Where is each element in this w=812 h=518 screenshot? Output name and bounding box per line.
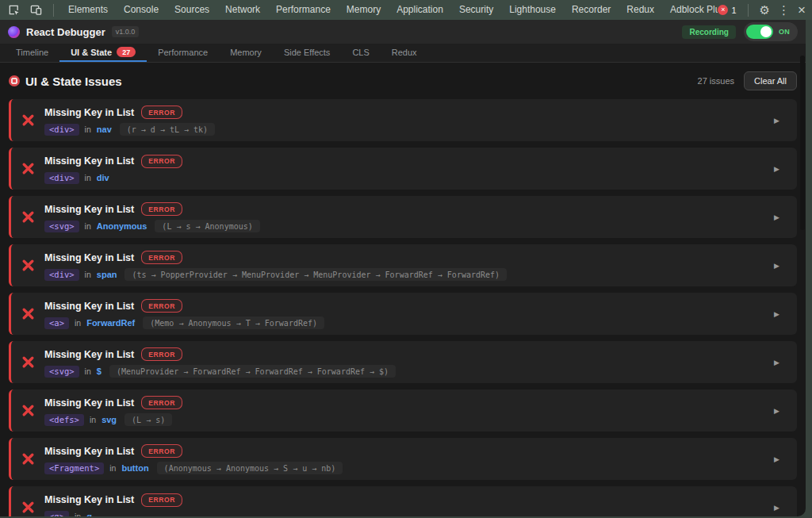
component-trace: (L → s)	[124, 413, 172, 426]
devtools-tab-bar: Elements Console Sources Network Perform…	[0, 0, 812, 20]
error-cross-icon	[11, 452, 44, 466]
expand-arrow-icon[interactable]: ▶	[774, 117, 779, 125]
panel-tab-label: Timeline	[16, 48, 48, 57]
devtools-tab[interactable]: Security	[451, 0, 501, 20]
toolbar-divider	[53, 4, 54, 17]
devtools-tab[interactable]: Redux	[619, 0, 662, 20]
component-trace: (L → s → Anonymous)	[155, 220, 259, 232]
component-trace: (MenuProvider → ForwardRef → ForwardRef …	[109, 365, 396, 378]
severity-badge: ERROR	[141, 396, 182, 409]
expand-arrow-icon[interactable]: ▶	[774, 310, 779, 318]
issue-card[interactable]: Missing Key in List ERROR <div> in span …	[9, 244, 797, 286]
devtools-tab[interactable]: Performance	[268, 0, 339, 20]
extension-title: React Debugger	[26, 26, 105, 38]
element-tag-badge: <div>	[44, 124, 79, 136]
parent-component-name: div	[97, 173, 109, 182]
panel-tab[interactable]: Performance	[147, 44, 219, 62]
in-label: in	[90, 415, 96, 424]
panel-tab-label: UI & State	[71, 48, 112, 57]
parent-component-name: g	[86, 512, 92, 516]
element-tag-badge: <svg>	[44, 221, 79, 232]
component-trace: (r → d → tL → tk)	[120, 123, 215, 136]
issue-title: Missing Key in List	[44, 446, 134, 457]
panel-tab[interactable]: UI & State 27	[59, 44, 147, 62]
in-label: in	[85, 125, 91, 134]
issues-list: Missing Key in List ERROR <div> in nav (…	[9, 99, 797, 516]
devtools-tab[interactable]: Adblock Plus	[662, 0, 718, 20]
in-label: in	[75, 512, 81, 516]
error-cross-icon	[11, 113, 44, 127]
console-error-badge[interactable]: × 1	[718, 5, 736, 15]
component-trace: (Anonymous → Anonymous → S → u → nb)	[157, 462, 343, 474]
devtools-tab[interactable]: Memory	[339, 0, 389, 20]
error-cross-icon	[11, 404, 44, 417]
recording-toggle[interactable]: ON	[744, 22, 798, 41]
recording-status-badge: Recording	[682, 25, 735, 39]
inspect-element-icon[interactable]	[6, 2, 21, 18]
issue-card[interactable]: Missing Key in List ERROR <svg> in $ (Me…	[9, 341, 797, 383]
devtools-tab[interactable]: Network	[217, 0, 268, 20]
expand-arrow-icon[interactable]: ▶	[774, 359, 779, 366]
panel-tab[interactable]: Redux	[381, 44, 428, 62]
issue-title: Missing Key in List	[44, 301, 134, 312]
panel-tab[interactable]: Timeline	[5, 44, 59, 62]
element-tag-badge: <svg>	[44, 366, 79, 378]
element-tag-badge: <div>	[44, 172, 79, 184]
panel-tab-label: Performance	[158, 48, 208, 57]
clear-all-button[interactable]: Clear All	[744, 71, 797, 90]
devtools-tab[interactable]: Application	[389, 0, 451, 20]
devtools-tab[interactable]: Recorder	[564, 0, 619, 20]
panel-tab[interactable]: CLS	[341, 44, 380, 62]
react-debugger-logo-icon	[8, 26, 20, 38]
error-cross-icon	[11, 355, 44, 369]
error-x-icon: ×	[718, 5, 728, 15]
component-trace: (ts → PopperProvider → MenuProvider → Me…	[124, 268, 507, 281]
expand-arrow-icon[interactable]: ▶	[774, 455, 779, 463]
device-toolbar-icon[interactable]	[28, 2, 44, 18]
severity-badge: ERROR	[141, 251, 182, 264]
issue-body: Missing Key in List ERROR <g> in g	[44, 493, 774, 517]
issue-card[interactable]: Missing Key in List ERROR <div> in nav (…	[9, 99, 797, 141]
parent-component-name: nav	[97, 125, 112, 134]
extension-header: React Debugger v1.0.0 Recording ON	[0, 20, 806, 44]
devtools-tab[interactable]: Lighthouse	[501, 0, 564, 20]
scrollbar-thumb[interactable]	[800, 56, 805, 230]
issues-count-label: 27 issues	[698, 76, 734, 86]
severity-badge: ERROR	[141, 299, 182, 313]
expand-arrow-icon[interactable]: ▶	[774, 504, 779, 512]
issue-count-badge: 27	[117, 47, 136, 57]
issues-header: UI & State Issues 27 issues Clear All	[9, 71, 797, 91]
issues-content: UI & State Issues 27 issues Clear All	[0, 63, 806, 516]
panel-tab[interactable]: Side Effects	[273, 44, 342, 62]
error-cross-icon	[11, 162, 44, 175]
issue-card[interactable]: Missing Key in List ERROR <Fragment> in …	[9, 438, 797, 480]
issue-card[interactable]: Missing Key in List ERROR <g> in g ▶	[9, 486, 797, 516]
expand-arrow-icon[interactable]: ▶	[774, 213, 779, 221]
issue-card[interactable]: Missing Key in List ERROR <svg> in Anony…	[9, 196, 797, 238]
close-devtools-icon[interactable]: ×	[798, 3, 806, 17]
issue-title: Missing Key in List	[44, 107, 134, 118]
component-trace: (Memo → Anonymous → T → ForwardRef)	[143, 317, 324, 329]
in-label: in	[85, 173, 91, 182]
devtools-tab[interactable]: Elements	[60, 0, 116, 20]
issue-card[interactable]: Missing Key in List ERROR <defs> in svg …	[9, 389, 797, 432]
devtools-tab[interactable]: Sources	[167, 0, 217, 20]
issue-body: Missing Key in List ERROR <Fragment> in …	[44, 443, 774, 474]
expand-arrow-icon[interactable]: ▶	[774, 262, 779, 270]
issues-title: UI & State Issues	[25, 75, 122, 88]
issue-body: Missing Key in List ERROR <div> in span …	[44, 250, 774, 281]
expand-arrow-icon[interactable]: ▶	[774, 165, 779, 173]
parent-component-name: button	[121, 463, 148, 473]
element-tag-badge: <defs>	[44, 414, 84, 426]
panel-tab[interactable]: Memory	[219, 44, 273, 62]
settings-gear-icon[interactable]: ⚙	[760, 4, 770, 16]
more-options-icon[interactable]: ⋮	[778, 4, 790, 16]
toggle-switch[interactable]	[746, 25, 773, 39]
toggle-on-label: ON	[779, 28, 790, 36]
toolbar-divider	[748, 4, 749, 17]
expand-arrow-icon[interactable]: ▶	[774, 407, 779, 415]
issue-card[interactable]: Missing Key in List ERROR <div> in div ▶	[9, 148, 797, 190]
issue-card[interactable]: Missing Key in List ERROR <a> in Forward…	[9, 293, 797, 335]
devtools-tab[interactable]: Console	[116, 0, 167, 20]
issue-body: Missing Key in List ERROR <svg> in Anony…	[44, 201, 774, 232]
